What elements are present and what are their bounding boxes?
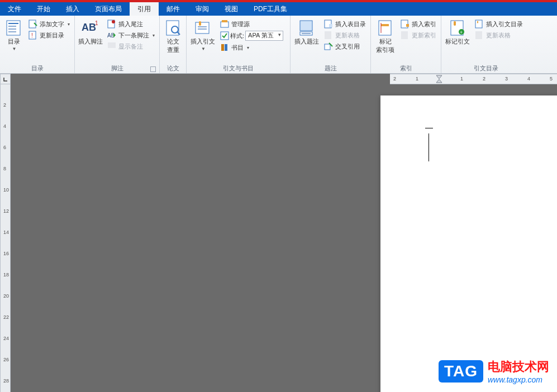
group-footnotes-label: 脚注 [77,63,157,73]
svg-rect-19 [198,28,207,30]
ribbon: 目录 ▼ 添加文字 ▾ ! 更新目录 目录 AB1 [0,16,557,74]
update-toc-label: 更新目录 [40,31,64,40]
vertical-ruler[interactable]: 2 4 6 8 10 12 14 16 18 20 22 24 26 28 [0,84,11,392]
tab-review[interactable]: 审阅 [188,2,217,16]
ruler-tick: 5 [550,76,553,82]
insert-authorities-button[interactable]: 插入引文目录 [473,19,525,29]
update-toc-button[interactable]: ! 更新目录 [26,30,72,40]
manage-sources-button[interactable]: 管理源 [218,19,285,29]
cross-reference-button[interactable]: 交叉引用 [322,41,368,51]
svg-rect-32 [379,21,391,35]
mark-citation-button[interactable]: + 标记引文 [444,17,472,47]
update-authorities-button[interactable]: 更新表格 [473,30,525,40]
group-captions-label: 题注 [293,63,368,73]
insert-caption-button[interactable]: 插入题注 [293,17,321,47]
group-captions: 插入题注 插入表目录 更新表格 交叉引用 题注 [291,16,371,73]
update-index-button[interactable]: 更新索引 [398,30,439,40]
footnotes-launcher-icon[interactable] [150,66,156,72]
ruler-tick: 20 [3,293,9,299]
ruler-tick: 10 [3,187,9,193]
update-table-button[interactable]: 更新表格 [322,30,368,40]
horizontal-ruler-wrap: 2 1 1 2 3 4 5 [0,74,557,84]
svg-point-11 [112,20,115,23]
svg-rect-31 [325,44,330,50]
watermark-tag: TAG [439,360,483,383]
next-footnote-label: 下一条脚注 [118,31,149,40]
update-index-icon [401,31,410,40]
tab-references[interactable]: 引用 [130,2,159,16]
ruler-tick: 2 [3,102,6,108]
mark-citation-label: 标记引文 [445,38,470,45]
svg-rect-24 [225,44,227,51]
svg-rect-23 [221,44,224,51]
svg-rect-29 [329,24,332,27]
ruler-tick: 6 [3,145,6,150]
tab-pdf[interactable]: PDF工具集 [246,2,295,16]
toc-label: 目录 [8,38,20,45]
style-label: 样式: [230,32,244,40]
next-footnote-button[interactable]: AB 下一条脚注 ▾ [105,30,157,40]
ruler-tick: 24 [3,336,9,341]
svg-text:AB: AB [82,22,96,33]
paper-check-label1: 论文 [167,38,179,45]
next-footnote-icon: AB [107,31,116,40]
svg-rect-4 [8,31,16,32]
citation-icon [194,19,212,37]
ruler-tick: 1 [416,76,418,82]
add-text-button[interactable]: 添加文字 ▾ [26,19,72,29]
update-authorities-icon [475,31,484,40]
add-text-label: 添加文字 [40,20,64,28]
dropdown-icon: ▾ [68,22,70,27]
ruler-corner[interactable] [0,74,11,84]
horizontal-ruler[interactable]: 2 1 1 2 3 4 5 [11,74,557,84]
show-notes-icon [107,42,116,51]
insert-endnote-button[interactable]: 插入尾注 [105,19,157,29]
paper-check-icon [164,19,182,37]
ruler-tick: 1 [460,76,463,82]
paper-check-button[interactable]: 论文 查重 [162,17,184,56]
svg-rect-27 [302,33,311,34]
watermark-title: 电脑技术网 [488,358,549,375]
document-page[interactable] [380,95,557,392]
ruler-tick: 2 [393,76,396,82]
insert-citation-button[interactable]: 插入引文 ▼ [189,17,217,54]
ruler-tick: 2 [483,76,485,82]
citation-style-select[interactable]: APA 第五 [245,31,283,41]
footnote-icon: AB1 [82,19,99,37]
tab-home[interactable]: 开始 [29,2,58,16]
ruler-tick: 16 [3,251,9,256]
svg-rect-30 [325,31,331,39]
insert-footnote-button[interactable]: AB1 插入脚注 [77,17,104,47]
insert-table-figures-button[interactable]: 插入表目录 [322,19,368,29]
svg-text:+: + [460,30,463,35]
bibliography-button[interactable]: 书目 ▾ [218,42,285,52]
insert-authorities-label: 插入引文目录 [486,20,523,28]
show-notes-button[interactable]: 显示备注 [105,41,157,51]
indent-marker[interactable] [436,74,442,84]
svg-marker-44 [436,79,442,83]
watermark-url: www.tagxp.com [488,375,549,384]
crossref-icon [324,42,333,51]
toc-button[interactable]: 目录 ▼ [2,17,25,54]
group-footnotes-text: 脚注 [111,64,123,73]
group-authorities-label: 引文目录 [444,63,529,73]
svg-rect-0 [7,21,20,35]
tab-insert[interactable]: 插入 [58,2,87,16]
toc-icon [5,19,23,37]
group-paper-label: 论文 [162,63,184,73]
dropdown-icon: ▼ [201,46,206,51]
watermark: TAG 电脑技术网 www.tagxp.com [439,358,549,384]
update-table-label: 更新表格 [335,31,360,40]
ribbon-tabs: 文件 开始 插入 页面布局 引用 邮件 审阅 视图 PDF工具集 [0,2,557,16]
tab-view[interactable]: 视图 [217,2,246,16]
manage-sources-label: 管理源 [231,20,250,28]
insert-index-button[interactable]: 插入索引 [398,19,439,29]
svg-text:!: ! [31,32,33,39]
document-canvas[interactable] [11,84,557,392]
tab-file[interactable]: 文件 [0,2,29,16]
tab-mail[interactable]: 邮件 [159,2,188,16]
group-paper: 论文 查重 论文 [160,16,187,73]
tab-layout[interactable]: 页面布局 [87,2,130,16]
mark-index-entry-button[interactable]: 标记 索引项 [373,17,397,56]
manage-sources-icon [220,20,229,28]
